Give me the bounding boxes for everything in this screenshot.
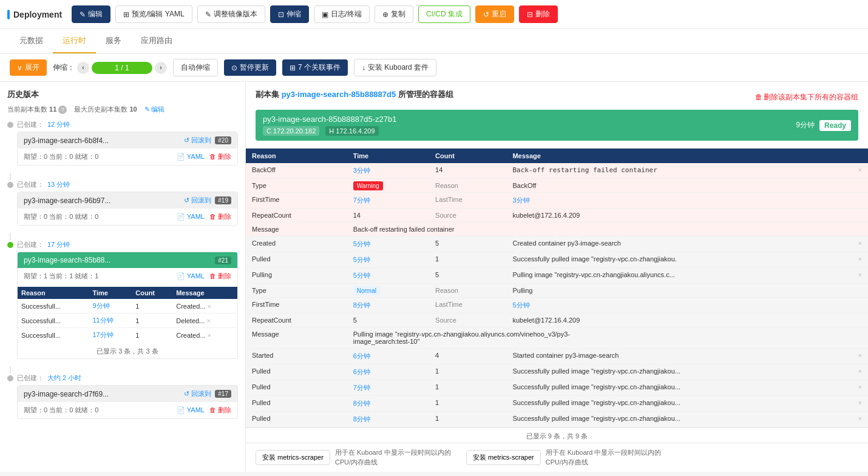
events-icon: ⊞ (290, 64, 296, 72)
event-detail-type-normal: Type Normal Reason Pulling (246, 284, 868, 298)
show-yaml-link[interactable]: 📄 YAML (177, 272, 205, 280)
expand-button[interactable]: ∨ 展开 (10, 59, 47, 76)
warning-badge: Warning (353, 181, 383, 190)
col-reason: Reason (18, 287, 89, 299)
chevron-down-icon: ∨ (17, 64, 22, 72)
history-meta: 当前副本集数 11 ? 最大历史副本集数 10 ✎ 编辑 (7, 105, 238, 114)
col-time-header: Time (347, 149, 429, 163)
history-card-header-20: py3-image-search-6b8f4... ↺ 回滚到 #20 (18, 132, 237, 149)
event-row: Successfull... 9分钟 1 Created... × (18, 299, 237, 313)
history-card-body-17: 期望：0 当前：0 就绪：0 📄 YAML 🗑 删除 (18, 402, 237, 418)
install-card-1: 安装 metrics-scraper 用于在 Kuboard 中显示一段时间以内… (256, 448, 456, 467)
history-card-header-19: py3-image-search-96b97... ↺ 回滚到 #19 (18, 192, 237, 209)
event-detail-message-pulling: Message Pulling image "registry-vpc.cn-z… (246, 327, 868, 349)
next-arrow-button[interactable]: › (155, 62, 167, 74)
rollback-button[interactable]: ↺ 回滚到 (184, 389, 211, 398)
scale-icon: ⊡ (278, 10, 284, 19)
col-reason-header: Reason (246, 149, 347, 163)
event-detail-type: Type Warning Reason BackOff (246, 179, 868, 193)
close-icon[interactable]: × (208, 332, 211, 339)
history-card-header-21: py3-image-search-85b88... #21 (18, 252, 237, 268)
close-icon[interactable]: × (858, 415, 862, 422)
prev-arrow-button[interactable]: ‹ (77, 62, 89, 74)
edit-icon: ✎ (80, 10, 86, 19)
history-card-21: py3-image-search-85b88... #21 期望：1 当前：1 … (17, 252, 238, 359)
created-time-link[interactable]: 12 分钟 (47, 120, 70, 129)
restart-button[interactable]: ↺ 重启 (475, 5, 514, 23)
close-icon[interactable]: × (858, 255, 862, 263)
close-icon[interactable]: × (858, 399, 862, 406)
close-icon[interactable]: × (858, 166, 862, 173)
top-bar: Deployment ✎ 编辑 ⊞ 预览/编辑 YAML ✎ 调整镜像版本 ⊡ … (0, 0, 868, 29)
events-button[interactable]: ⊞ 7 个关联事件 (282, 59, 348, 76)
show-yaml-link[interactable]: 📄 YAML (177, 406, 205, 414)
card-name: py3-image-search-6b8f4... (24, 136, 184, 145)
install-metrics-scraper-button-2[interactable]: 安装 metrics-scraper (466, 450, 541, 465)
host-ip: H 172.16.4.209 (325, 126, 378, 136)
pause-update-button[interactable]: ⊙ 暂停更新 (224, 59, 276, 76)
delete-button[interactable]: ⊟ 删除 (519, 5, 558, 23)
tab-runtime[interactable]: 运行时 (53, 29, 96, 53)
install-kuboard-button[interactable]: ↓ 安装 Kuboard 套件 (354, 59, 436, 76)
preview-yaml-button[interactable]: ⊞ 预览/编辑 YAML (115, 5, 192, 23)
tab-app-route[interactable]: 应用路由 (131, 29, 182, 53)
tab-service[interactable]: 服务 (96, 29, 131, 53)
close-icon[interactable]: × (206, 317, 210, 324)
status-dot (7, 122, 13, 128)
show-yaml-link[interactable]: 📄 YAML (177, 153, 205, 161)
event-time[interactable]: 11分钟 (89, 313, 132, 328)
event-detail-repeatcount: RepeatCount 14 Source kubelet@172.16.4.2… (246, 209, 868, 223)
nav-tabs: 元数据 运行时 服务 应用路由 (0, 29, 868, 54)
col-message-header: Message (506, 149, 868, 163)
auto-scale-button[interactable]: 自动伸缩 (173, 59, 218, 76)
event-time[interactable]: 9分钟 (89, 299, 132, 313)
rollback-button[interactable]: ↺ 回滚到 (184, 196, 211, 205)
history-item-header-21: 已创建： 17 分钟 (7, 240, 238, 249)
help-icon[interactable]: ? (58, 106, 67, 114)
close-icon[interactable]: × (858, 240, 862, 247)
event-row-started: Started 6分钟 4 Started container py3-imag… (246, 349, 868, 364)
history-card-body-19: 期望：0 当前：0 就绪：0 📄 YAML 🗑 删除 (18, 209, 237, 225)
version-badge: #19 (215, 196, 231, 204)
edit-button[interactable]: ✎ 编辑 (72, 5, 110, 23)
version-badge: #20 (215, 136, 231, 144)
copy-icon: ⊕ (382, 10, 388, 19)
scale-button[interactable]: ⊡ 伸缩 (270, 5, 309, 23)
adjust-image-button[interactable]: ✎ 调整镜像版本 (197, 5, 265, 23)
close-icon[interactable]: × (858, 352, 862, 359)
close-icon[interactable]: × (858, 271, 862, 278)
progress-indicator: 1 / 1 (92, 62, 152, 74)
edit-history-link[interactable]: ✎ 编辑 (144, 105, 164, 114)
event-row-pulling: Pulling 5分钟 5 Pulling image "registry-vp… (246, 268, 868, 284)
edit-pencil-icon: ✎ (144, 106, 150, 113)
shrink-control: 伸缩： ‹ 1 / 1 › (53, 62, 167, 74)
created-time-link[interactable]: 17 分钟 (47, 240, 70, 249)
event-row-pulled-1: Pulled 5分钟 1 Successfully pulled image "… (246, 252, 868, 268)
created-time-link[interactable]: 大约 2 小时 (47, 374, 81, 383)
delete-card-link[interactable]: 🗑 删除 (209, 152, 231, 161)
delete-card-link[interactable]: 🗑 删除 (209, 406, 231, 415)
install-metrics-scraper-button-1[interactable]: 安装 metrics-scraper (256, 450, 330, 465)
event-row-created: Created 5分钟 5 Created container py3-imag… (246, 236, 868, 252)
history-item-17: 已创建： 大约 2 小时 py3-image-search-d7f69... ↺… (7, 374, 238, 419)
tab-metadata[interactable]: 元数据 (10, 29, 53, 53)
log-terminal-button[interactable]: ▣ 日志/终端 (314, 5, 370, 23)
copy-button[interactable]: ⊕ 复制 (375, 5, 413, 23)
history-card-body-20: 期望：0 当前：0 就绪：0 📄 YAML 🗑 删除 (18, 149, 237, 165)
card-actions: 📄 YAML 🗑 删除 (177, 152, 231, 161)
created-time-link[interactable]: 13 分钟 (47, 180, 70, 189)
delete-card-link[interactable]: 🗑 删除 (209, 272, 231, 281)
history-item-19: 已创建： 13 分钟 py3-image-search-96b97... ↺ 回… (7, 180, 238, 226)
close-icon[interactable]: × (208, 303, 211, 310)
cicd-button[interactable]: CI/CD 集成 (418, 5, 470, 23)
rollback-button[interactable]: ↺ 回滚到 (184, 136, 211, 145)
show-yaml-link[interactable]: 📄 YAML (177, 213, 205, 221)
event-time[interactable]: 17分钟 (89, 328, 132, 343)
version-badge: #17 (215, 390, 231, 398)
pod-card: py3-image-search-85b88887d5-z27b1 C 172.… (256, 110, 858, 141)
delete-all-pods-link[interactable]: 🗑 删除该副本集下所有的容器组 (755, 92, 858, 102)
close-icon[interactable]: × (858, 367, 862, 375)
close-icon[interactable]: × (858, 383, 862, 391)
delete-card-link[interactable]: 🗑 删除 (209, 212, 231, 221)
install-desc-2: 用于在 Kuboard 中显示一段时间以内的 CPU/内存曲线 (546, 448, 667, 467)
